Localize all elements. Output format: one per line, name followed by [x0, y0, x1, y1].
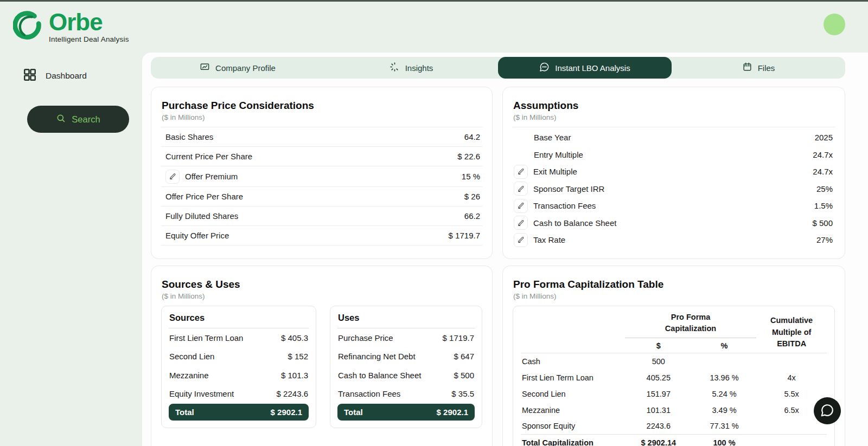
row-label: Tax Rate	[533, 235, 565, 244]
table-row: Second Lien 151.97 5.24 % 5.5x	[521, 386, 827, 402]
row-label: Transaction Fees	[533, 201, 596, 210]
row-value: $ 2243.6	[277, 389, 308, 398]
row-label: Entry Multiple	[514, 150, 583, 159]
calendar-icon	[742, 62, 752, 74]
row-value: $ 26	[464, 192, 480, 201]
row-value: 64.2	[464, 132, 480, 141]
tab-label: Insights	[405, 63, 433, 73]
card-assumptions: Assumptions ($ in Millions) Base Year 20…	[502, 87, 845, 259]
chat-bubble-icon	[820, 403, 834, 419]
edit-pencil-icon[interactable]	[514, 182, 528, 196]
table-row: Offer Price Per Share $ 26	[161, 187, 482, 206]
avatar[interactable]	[824, 14, 845, 35]
sidebar-item-dashboard[interactable]: Dashboard	[23, 68, 87, 84]
row-usd: 151.97	[625, 386, 692, 402]
row-multiple	[756, 435, 827, 446]
empty-header-cell	[521, 312, 625, 338]
table-row: Cash to Balance Sheet $ 500	[337, 366, 475, 385]
row-value: $ 101.3	[281, 371, 308, 380]
row-label: Sponsor Target IRR	[533, 184, 604, 193]
row-usd: 405.25	[625, 370, 692, 386]
row-value: 24.7x	[813, 167, 833, 176]
row-multiple: 5.5x	[756, 386, 827, 402]
chat-fab-button[interactable]	[814, 397, 841, 424]
card-title: Pro Forma Capitalization Table	[513, 279, 835, 290]
table-row: Basic Shares 64.2	[161, 127, 482, 147]
row-label: Purchase Price	[338, 333, 393, 342]
total-label: Total	[175, 408, 194, 417]
row-label: Mezzanine	[169, 371, 209, 380]
row-label: Second Lien	[169, 352, 214, 361]
table-row: Mezzanine $ 101.3	[169, 366, 309, 385]
card-title: Sources & Uses	[162, 279, 482, 290]
row-label: Equity Investment	[169, 389, 234, 398]
table-row: Second Lien $ 152	[169, 347, 309, 366]
assumption-row: Base Year 2025	[513, 129, 835, 146]
card-title: Assumptions	[513, 100, 835, 112]
edit-pencil-icon[interactable]	[514, 216, 528, 230]
table-row: Current Price Per Share $ 22.6	[161, 147, 482, 166]
assumption-row: Entry Multiple 24.7x	[513, 146, 835, 164]
search-button-label: Search	[72, 114, 100, 125]
table-row-editable: Offer Premium 15 %	[161, 166, 482, 187]
search-icon	[56, 113, 66, 126]
row-label: Transaction Fees	[338, 389, 400, 398]
row-pct: 3.49 %	[692, 402, 756, 418]
row-value: 66.2	[464, 211, 480, 221]
row-name: Second Lien	[521, 386, 625, 402]
edit-pencil-icon[interactable]	[514, 233, 528, 247]
row-value: 1.5%	[814, 201, 833, 210]
brand-name: Orbe	[49, 11, 129, 34]
assumption-row-editable: Cash to Balance Sheet $ 500	[513, 215, 835, 232]
row-value: $ 1719.7	[443, 333, 474, 342]
edit-pencil-icon[interactable]	[514, 199, 528, 213]
total-value: $ 2902.1	[437, 408, 468, 417]
row-name: Total Capitalization	[521, 435, 625, 446]
edit-pencil-icon[interactable]	[165, 170, 180, 184]
row-label: Exit Multiple	[533, 167, 577, 176]
row-value: 27%	[816, 235, 833, 244]
uses-total-row: Total $ 2902.1	[337, 404, 475, 421]
row-value: $ 35.5	[451, 389, 474, 398]
column-header-percent: %	[692, 338, 756, 353]
tab-instant-lbo-analysis[interactable]: Instant LBO Analysis	[498, 57, 672, 79]
edit-pencil-icon[interactable]	[514, 165, 528, 179]
column-header-dollar: $	[625, 338, 692, 353]
sparkle-icon	[390, 62, 400, 74]
row-pct: 100 %	[692, 435, 756, 446]
row-label: Offer Premium	[185, 172, 238, 181]
row-value: $ 500	[454, 371, 474, 380]
tab-insights[interactable]: Insights	[324, 57, 498, 79]
row-usd: $ 2902.14	[625, 435, 692, 446]
row-value: 2025	[815, 133, 833, 142]
table-row: Transaction Fees $ 35.5	[337, 385, 475, 404]
card-purchase-price-considerations: Purchase Price Considerations ($ in Mill…	[151, 87, 493, 259]
tab-company-profile[interactable]: Company Profile	[151, 57, 324, 79]
row-usd: 101.31	[625, 402, 692, 418]
assumption-row-editable: Tax Rate 27%	[513, 231, 835, 249]
row-value: $ 405.3	[281, 333, 308, 342]
card-subtitle: ($ in Millions)	[162, 292, 482, 300]
window-edge	[0, 0, 868, 2]
table-row: Mezzanine 101.31 3.49 % 6.5x	[521, 402, 827, 418]
row-multiple	[756, 418, 827, 435]
row-usd: 500	[625, 353, 692, 370]
table-row: Refinancing Net Debt $ 647	[337, 347, 475, 366]
column-group-cumulative-multiple: Cumulative Multiple of EBITDA	[756, 312, 827, 353]
search-button[interactable]: Search	[27, 106, 129, 133]
table-row: Purchase Price $ 1719.7	[337, 328, 475, 347]
row-label: Equity Offer Price	[165, 231, 229, 240]
row-value: 15 %	[462, 172, 480, 181]
total-label: Total	[344, 408, 363, 417]
tab-files[interactable]: Files	[672, 57, 845, 79]
assumption-row-editable: Transaction Fees 1.5%	[513, 197, 835, 215]
row-label: Basic Shares	[165, 132, 213, 141]
row-multiple: 4x	[756, 370, 827, 386]
total-value: $ 2902.1	[271, 408, 302, 417]
table-row: Equity Investment $ 2243.6	[169, 385, 309, 404]
sources-total-row: Total $ 2902.1	[169, 404, 309, 421]
empty-header-cell	[521, 338, 625, 353]
grid-icon	[23, 68, 37, 84]
tab-label: Files	[758, 63, 775, 73]
row-label: First Lien Term Loan	[169, 333, 243, 342]
